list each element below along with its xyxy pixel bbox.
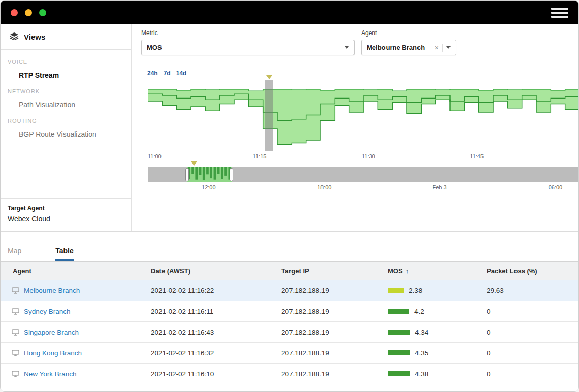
mos-value: 4.38 — [415, 370, 428, 378]
axis-tick: 11:45 — [470, 153, 484, 159]
timeline-brush[interactable] — [148, 167, 579, 182]
metric-control: Metric MOS — [141, 29, 355, 62]
target-agent-block: Target Agent Webex Cloud — [1, 198, 131, 231]
axis-tick: 11:00 — [148, 153, 162, 159]
mos-value: 2.38 — [409, 287, 422, 295]
mos-bar — [388, 371, 410, 376]
axis-tick: 06:00 — [549, 184, 563, 190]
agent-control: Agent Melbourne Branch × — [361, 29, 456, 62]
brush-selection-window[interactable] — [187, 167, 232, 182]
views-sidebar: Views VOICE RTP Stream NETWORK Path Visu… — [1, 24, 132, 231]
clear-agent-icon[interactable]: × — [435, 44, 439, 51]
target-ip-cell: 207.182.188.19 — [269, 349, 375, 357]
date-cell: 2021-02-02 11:16:11 — [139, 308, 269, 315]
mos-cell: 4.34 — [375, 329, 474, 336]
agent-link[interactable]: New York Branch — [24, 370, 77, 378]
mos-bar — [388, 350, 410, 355]
table-header: Agent Date (AWST) Target IP MOS↑ Packet … — [1, 261, 578, 280]
axis-tick: 18:00 — [317, 184, 332, 190]
chart-time-selection-bar[interactable] — [265, 80, 273, 151]
agent-icon — [12, 371, 19, 377]
agent-link[interactable]: Hong Kong Branch — [24, 349, 82, 357]
results-panel: Map Table Agent Date (AWST) Target IP MO… — [1, 232, 578, 391]
metric-select[interactable]: MOS — [141, 40, 355, 55]
column-header-target-ip[interactable]: Target IP — [269, 267, 375, 275]
packet-loss-cell: 0 — [474, 370, 578, 378]
table-row[interactable]: Melbourne Branch2021-02-02 11:16:22207.1… — [1, 280, 578, 301]
table-row[interactable]: Hong Kong Branch2021-02-02 11:16:32207.1… — [1, 343, 578, 364]
date-cell: 2021-02-02 11:16:43 — [139, 329, 269, 336]
agent-select[interactable]: Melbourne Branch × — [361, 40, 456, 55]
date-cell: 2021-02-02 11:16:32 — [139, 349, 269, 357]
date-cell: 2021-02-02 11:16:10 — [139, 370, 269, 378]
upper-panel: Views VOICE RTP Stream NETWORK Path Visu… — [1, 24, 578, 232]
views-header: Views — [1, 24, 131, 50]
column-header-agent[interactable]: Agent — [1, 267, 139, 275]
mos-cell: 4.38 — [375, 370, 474, 378]
hamburger-menu-icon[interactable] — [551, 8, 568, 18]
brush-x-axis: 12:0018:00Feb 306:00 — [148, 182, 579, 191]
agent-cell: Singapore Branch — [1, 329, 139, 336]
range-24h[interactable]: 24h — [147, 70, 158, 77]
mos-value: 4.34 — [415, 329, 428, 336]
table-row[interactable]: New York Branch2021-02-02 11:16:10207.18… — [1, 364, 578, 384]
range-7d[interactable]: 7d — [164, 70, 171, 77]
mos-timeseries-chart[interactable] — [148, 84, 579, 151]
tab-map[interactable]: Map — [8, 247, 21, 261]
zoom-window-button[interactable] — [39, 9, 46, 16]
mos-bar — [388, 330, 410, 335]
date-cell: 2021-02-02 11:16:22 — [139, 287, 269, 295]
app-window: Views VOICE RTP Stream NETWORK Path Visu… — [0, 0, 579, 392]
sort-asc-icon: ↑ — [406, 267, 409, 275]
table-row[interactable]: Sydney Branch2021-02-02 11:16:11207.182.… — [1, 301, 578, 322]
column-header-packet-loss[interactable]: Packet Loss (%) — [474, 267, 578, 275]
section-label-routing: ROUTING — [8, 118, 131, 124]
table-row[interactable]: Singapore Branch2021-02-02 11:16:43207.1… — [1, 322, 578, 343]
mos-cell: 4.35 — [375, 349, 474, 357]
column-header-date[interactable]: Date (AWST) — [139, 267, 269, 275]
mos-value: 4.2 — [414, 308, 424, 315]
agent-icon — [12, 329, 19, 336]
brush-right-handle[interactable] — [230, 168, 233, 181]
chevron-down-icon — [446, 46, 451, 49]
results-tabs: Map Table — [1, 232, 578, 261]
range-14d[interactable]: 14d — [176, 70, 187, 77]
controls-row: Metric MOS Agent Melbourne Branch × — [132, 24, 579, 62]
chart-panel: Metric MOS Agent Melbourne Branch × — [132, 24, 579, 231]
window-titlebar — [1, 1, 578, 24]
mos-cell: 2.38 — [375, 287, 474, 295]
timeseries-chart-area: 24h 7d 14d 11:0011:1511:3011:45 — [132, 62, 579, 231]
metric-label: Metric — [141, 29, 355, 37]
close-window-button[interactable] — [11, 9, 18, 16]
sidebar-item-bgp-route-visualization[interactable]: BGP Route Visualization — [19, 130, 131, 138]
agent-value: Melbourne Branch — [367, 44, 425, 51]
axis-tick: 11:30 — [362, 153, 375, 159]
minimize-window-button[interactable] — [25, 9, 32, 16]
views-title: Views — [24, 32, 45, 41]
sidebar-item-rtp-stream[interactable]: RTP Stream — [19, 71, 131, 79]
agent-link[interactable]: Singapore Branch — [24, 329, 79, 336]
column-header-mos[interactable]: MOS↑ — [375, 267, 474, 275]
chart-svg — [148, 84, 579, 151]
mos-bar — [388, 288, 404, 293]
chevron-down-icon — [345, 46, 349, 49]
tab-table[interactable]: Table — [55, 247, 74, 261]
agent-link[interactable]: Sydney Branch — [24, 308, 71, 315]
brush-selection-marker-icon — [191, 161, 197, 166]
section-label-voice: VOICE — [8, 59, 131, 65]
select-divider — [442, 44, 443, 52]
brush-left-handle[interactable] — [185, 168, 189, 181]
sidebar-item-path-visualization[interactable]: Path Visualization — [19, 101, 131, 109]
axis-tick: Feb 3 — [433, 184, 447, 190]
packet-loss-cell: 0 — [474, 329, 578, 336]
target-ip-cell: 207.182.188.19 — [269, 329, 375, 336]
agent-cell: Sydney Branch — [1, 308, 139, 315]
packet-loss-cell: 0 — [474, 308, 578, 315]
target-ip-cell: 207.182.188.19 — [269, 370, 375, 378]
target-ip-cell: 207.182.188.19 — [269, 287, 375, 295]
agent-icon — [12, 350, 19, 356]
chart-selection-marker-icon — [266, 75, 272, 79]
packet-loss-cell: 29.63 — [474, 287, 578, 295]
agent-link[interactable]: Melbourne Branch — [24, 287, 80, 295]
layers-icon — [10, 32, 19, 42]
